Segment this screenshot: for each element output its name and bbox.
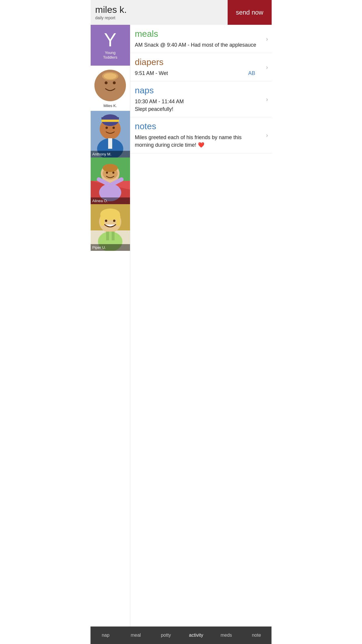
sidebar: Y YoungToddlers Miles K. [91,25,130,626]
svg-rect-30 [116,214,120,226]
selected-child-item[interactable]: Miles K. [91,66,130,111]
alinea-avatar-svg [91,158,130,204]
svg-point-1 [105,81,108,84]
anthony-avatar-svg [91,111,130,158]
svg-point-10 [106,127,108,129]
diapers-content: 9:51 AM - Wet [135,69,176,77]
tab-bar: nap meal potty activity meds note [91,626,272,644]
tab-activity-label: activity [189,633,203,638]
child-item-piper[interactable]: Piper U. [91,204,130,251]
tab-activity[interactable]: activity [181,626,211,644]
send-now-button[interactable]: send now [228,0,271,25]
child-name: miles k. [95,5,223,15]
notes-content: Miles greeted each of his friends by nam… [135,134,267,149]
child-name-label-anthony: Anthony M. [91,151,130,158]
svg-rect-35 [112,232,115,240]
tab-nap-label: nap [102,633,110,638]
tab-meds-label: meds [221,633,232,638]
tab-potty[interactable]: potty [151,626,181,644]
child-item-anthony[interactable]: Anthony M. [91,111,130,158]
header: miles k. daily report send now [91,0,272,25]
ab-badge: AB [248,70,255,76]
svg-point-2 [113,81,116,84]
group-letter: Y [104,31,117,49]
meals-section[interactable]: meals AM Snack @ 9:40 AM - Had most of t… [130,25,272,53]
notes-section[interactable]: notes Miles greeted each of his friends … [130,117,272,153]
svg-rect-8 [101,120,119,122]
svg-rect-29 [100,214,104,226]
diaper-row: 9:51 AM - Wet AB [135,69,267,77]
naps-chevron: › [266,96,268,103]
svg-point-20 [106,172,108,174]
svg-point-31 [105,220,107,222]
selected-child-name: Miles K. [103,104,117,108]
child-photo-piper [91,204,130,251]
child-avatar-svg [94,70,126,101]
tab-nap[interactable]: nap [91,626,121,644]
diapers-section[interactable]: diapers 9:51 AM - Wet AB › [130,53,272,81]
svg-rect-13 [108,138,112,149]
naps-content: 10:30 AM - 11:44 AMSlept peacefully! [135,98,267,113]
meals-title: meals [135,29,267,39]
child-name-label-alinea: Alinea O. [91,197,130,204]
svg-point-32 [113,220,115,222]
diapers-title: diapers [135,57,267,67]
svg-point-11 [113,127,115,129]
notes-title: notes [135,121,267,131]
group-name: YoungToddlers [103,50,117,60]
svg-point-21 [112,172,114,174]
header-title: miles k. daily report [91,0,228,25]
naps-title: naps [135,85,267,95]
diapers-chevron: › [266,64,268,71]
meals-content: AM Snack @ 9:40 AM - Had most of the app… [135,41,267,49]
tab-note-label: note [252,633,261,638]
svg-point-4 [104,73,117,79]
tab-note[interactable]: note [241,626,272,644]
svg-rect-34 [106,232,109,240]
tab-potty-label: potty [161,633,171,638]
main-content: Y YoungToddlers Miles K. [91,25,272,626]
child-photo-alinea [91,158,130,204]
child-photo-anthony [91,111,130,158]
report-panel: meals AM Snack @ 9:40 AM - Had most of t… [130,25,272,626]
avatar [94,70,126,101]
group-badge[interactable]: Y YoungToddlers [91,25,130,66]
tab-meal-label: meal [131,633,141,638]
child-name-label-piper: Piper U. [91,244,130,251]
notes-chevron: › [266,132,268,139]
child-item-alinea[interactable]: Alinea O. [91,158,130,204]
tab-meal[interactable]: meal [121,626,151,644]
tab-meds[interactable]: meds [211,626,242,644]
naps-section[interactable]: naps 10:30 AM - 11:44 AMSlept peacefully… [130,81,272,117]
svg-point-19 [103,164,118,172]
svg-rect-9 [101,117,119,120]
piper-avatar-svg [91,204,130,251]
meals-chevron: › [266,36,268,42]
report-subtitle: daily report [95,15,223,20]
